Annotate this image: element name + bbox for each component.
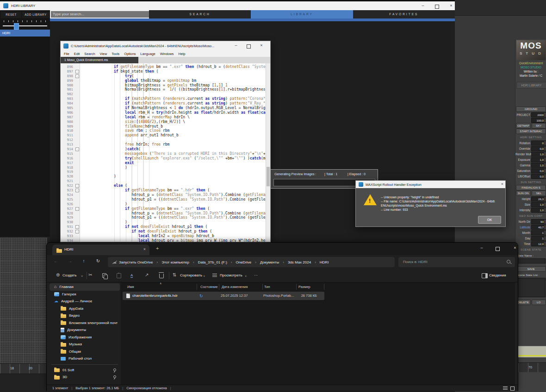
panel-spinner[interactable]: 0,0 bbox=[531, 168, 546, 173]
column-header[interactable]: Дата изменения bbox=[219, 284, 263, 290]
sidebar-item[interactable]: Вложения электронной почт bbox=[50, 319, 120, 327]
panel-button[interactable]: GETMAP bbox=[516, 123, 531, 129]
ok-button[interactable]: OK bbox=[478, 216, 501, 224]
details-view-icon[interactable] bbox=[503, 386, 508, 390]
panel-spinner[interactable]: 26,3 bbox=[531, 196, 546, 202]
paste-icon[interactable] bbox=[117, 273, 121, 278]
new-button[interactable]: Создать bbox=[62, 273, 76, 277]
menu-item-file[interactable]: File bbox=[64, 52, 69, 56]
panel-spinner[interactable]: 1 bbox=[531, 236, 546, 241]
menu-item-edit[interactable]: Edit bbox=[74, 52, 80, 56]
thumbnail-view-icon[interactable] bbox=[510, 386, 515, 391]
sidebar-item[interactable]: Изображения bbox=[50, 334, 120, 341]
panel-spinner[interactable]: 1 bbox=[531, 230, 546, 235]
hdri-library-button[interactable]: HDRI LIBRARY bbox=[516, 82, 546, 89]
column-header[interactable]: Состояние bbox=[197, 284, 219, 290]
code-editor[interactable]: 896if getFilenameType bm == ".exr" then … bbox=[61, 63, 270, 242]
forward-icon[interactable]: → bbox=[66, 258, 74, 263]
menu-item-view[interactable]: View bbox=[99, 52, 107, 56]
scrollbar-thumb[interactable] bbox=[267, 167, 270, 186]
breadcrumb-item[interactable]: ☁Запустить OneDrive bbox=[112, 260, 153, 264]
sidebar-item[interactable]: ☁Андрей — Личное bbox=[50, 298, 120, 305]
panel-spinner[interactable]: 2000 bbox=[531, 112, 546, 117]
breadcrumb-item[interactable]: OneDrive bbox=[236, 260, 251, 264]
breadcrumb-item[interactable]: Data_3Tb_01 (F:) bbox=[198, 260, 227, 264]
tab-close-icon[interactable]: × bbox=[143, 247, 146, 251]
add-library-button[interactable]: ADD LIBRARY bbox=[22, 12, 49, 18]
fold-marker-icon[interactable]: - bbox=[75, 147, 79, 151]
panel-spinner[interactable]: 1,0 bbox=[531, 152, 546, 157]
maximize-icon[interactable] bbox=[247, 44, 251, 49]
panel-spinner[interactable]: 0 bbox=[531, 141, 546, 146]
menu-item-search[interactable]: Search bbox=[84, 52, 95, 56]
new-tab-icon[interactable]: + bbox=[156, 245, 159, 251]
menu-item-windows[interactable]: Windows bbox=[160, 52, 174, 56]
search-input[interactable]: Type your search... bbox=[50, 10, 151, 18]
tab-search[interactable]: SEARCH bbox=[149, 10, 251, 18]
minimize-icon[interactable]: – bbox=[232, 43, 240, 49]
sidebar-item[interactable]: Видео bbox=[50, 312, 120, 319]
more-icon[interactable]: ··· bbox=[254, 273, 258, 277]
panel-button[interactable]: SKY bbox=[532, 123, 546, 129]
max-timeline-right[interactable]: 70 bbox=[518, 362, 546, 372]
menu-item-language[interactable]: Language bbox=[140, 52, 155, 56]
panel-spinner[interactable]: 40,7 bbox=[531, 225, 546, 230]
up-icon[interactable]: ↑ bbox=[80, 258, 87, 263]
sidebar-item-pinned[interactable]: 01 Soft bbox=[50, 367, 120, 374]
hdri-library-titlebar[interactable]: HDRI LIBRARY – × bbox=[0, 1, 455, 11]
menu-item-options[interactable]: Options bbox=[124, 52, 136, 56]
menu-item-help[interactable]: Help bbox=[178, 52, 185, 56]
sort-icon[interactable]: ⇅ bbox=[173, 272, 176, 277]
panel-spinner[interactable]: 100,0 bbox=[531, 118, 546, 123]
breadcrumb-item[interactable]: HDRI bbox=[320, 260, 329, 264]
chevron-down-icon[interactable]: ∨ bbox=[81, 274, 83, 277]
panel-button[interactable]: START INTERAC bbox=[516, 129, 546, 134]
close-icon[interactable]: × bbox=[510, 245, 520, 250]
details-button[interactable]: Сведения bbox=[489, 273, 506, 277]
new-icon[interactable]: ⊕ bbox=[56, 272, 60, 277]
sidebar-item[interactable]: Документы bbox=[50, 326, 120, 334]
chevron-down-icon[interactable]: ∨ bbox=[203, 274, 205, 277]
fold-marker-icon[interactable]: - bbox=[75, 207, 79, 211]
close-icon[interactable]: × bbox=[447, 3, 455, 9]
error-dialog-titlebar[interactable]: MAXScript Rollout Handler Exception × bbox=[356, 181, 505, 188]
maximize-icon[interactable] bbox=[496, 247, 500, 251]
slider-track[interactable] bbox=[3, 25, 47, 26]
file-row[interactable]: charolettenbrunnpark4k.hdr↻25.07.2025 12… bbox=[123, 292, 324, 300]
panel-spinner[interactable]: 1,0 bbox=[531, 157, 546, 162]
max-viewport-grid[interactable] bbox=[0, 237, 47, 364]
copy-icon[interactable] bbox=[102, 273, 106, 278]
column-header[interactable]: Размер bbox=[297, 284, 324, 290]
tab-library[interactable]: LIBRARY bbox=[251, 10, 353, 18]
slider-handle[interactable] bbox=[14, 23, 19, 30]
panel-button[interactable]: GROUND bbox=[516, 106, 546, 112]
refresh-icon[interactable]: ↻ bbox=[94, 258, 102, 263]
sidebar-item[interactable]: Галерея bbox=[50, 291, 120, 298]
sidebar-item[interactable]: ⌂Главная bbox=[50, 283, 120, 291]
panel-spinner[interactable]: 1,0 bbox=[531, 163, 546, 168]
delete-icon[interactable] bbox=[159, 274, 164, 278]
details-pane-icon[interactable] bbox=[482, 273, 488, 278]
minimize-icon[interactable]: – bbox=[419, 3, 427, 9]
breadcrumb-item[interactable]: Этот компьютер bbox=[161, 260, 189, 264]
cut-icon[interactable]: ✂ bbox=[88, 272, 92, 277]
panel-input[interactable] bbox=[516, 258, 546, 263]
panel-button[interactable]: SUN ON bbox=[516, 190, 531, 196]
panel-button[interactable]: SAVE bbox=[516, 266, 546, 272]
breadcrumb-item[interactable]: 3ds Max 2024 bbox=[288, 260, 311, 264]
menu-item-tools[interactable]: Tools bbox=[112, 52, 119, 56]
close-icon[interactable]: × bbox=[257, 43, 266, 49]
fold-marker-icon[interactable]: - bbox=[75, 230, 79, 233]
rename-icon[interactable]: A bbox=[130, 273, 133, 278]
breadcrumb[interactable]: ☁Запустить OneDrive›Этот компьютер›Data_… bbox=[108, 257, 395, 267]
max-timeline-left[interactable]: 18 20 bbox=[0, 363, 47, 374]
tab-favorites[interactable]: FAVORITES bbox=[353, 10, 455, 18]
chevron-down-icon[interactable]: ∨ bbox=[245, 274, 247, 277]
sidebar-item-pinned[interactable]: 3D bbox=[50, 374, 120, 381]
sidebar-item[interactable]: Рабочий стол bbox=[50, 355, 120, 362]
fold-marker-icon[interactable]: - bbox=[75, 225, 79, 229]
minimize-icon[interactable]: – bbox=[477, 245, 486, 250]
fold-marker-icon[interactable]: - bbox=[75, 70, 79, 74]
sidebar-item[interactable]: Музыка bbox=[50, 341, 120, 348]
explorer-search[interactable]: Поиск в: HDRI bbox=[398, 257, 515, 267]
